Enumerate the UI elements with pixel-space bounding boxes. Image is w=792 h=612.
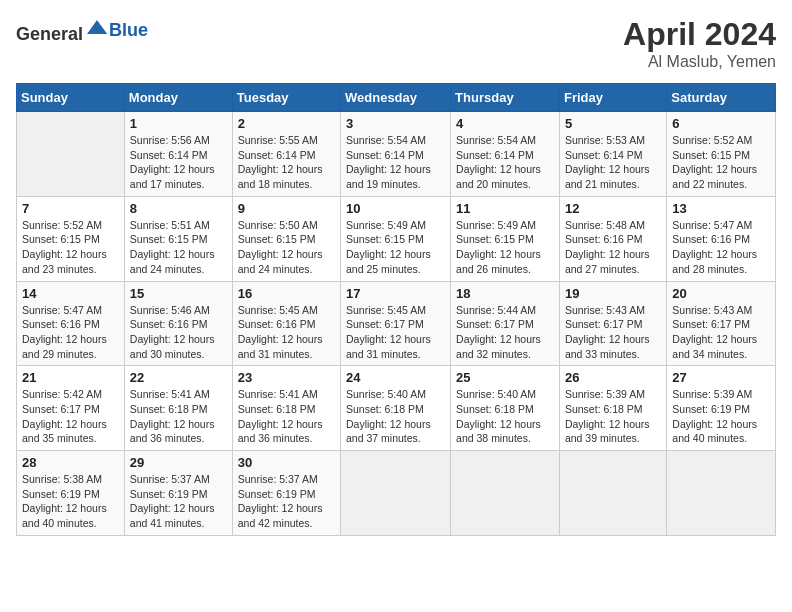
- day-number: 17: [346, 286, 445, 301]
- day-number: 29: [130, 455, 227, 470]
- day-info: Sunrise: 5:45 AMSunset: 6:16 PMDaylight:…: [238, 303, 335, 362]
- calendar-day-cell: 3Sunrise: 5:54 AMSunset: 6:14 PMDaylight…: [341, 112, 451, 197]
- day-info: Sunrise: 5:52 AMSunset: 6:15 PMDaylight:…: [672, 133, 770, 192]
- day-number: 11: [456, 201, 554, 216]
- day-info: Sunrise: 5:56 AMSunset: 6:14 PMDaylight:…: [130, 133, 227, 192]
- day-number: 26: [565, 370, 661, 385]
- day-number: 3: [346, 116, 445, 131]
- calendar-day-cell: 1Sunrise: 5:56 AMSunset: 6:14 PMDaylight…: [124, 112, 232, 197]
- day-number: 30: [238, 455, 335, 470]
- calendar-day-cell: 22Sunrise: 5:41 AMSunset: 6:18 PMDayligh…: [124, 366, 232, 451]
- calendar-day-cell: [341, 451, 451, 536]
- logo: General Blue: [16, 16, 148, 45]
- calendar-header-row: SundayMondayTuesdayWednesdayThursdayFrid…: [17, 84, 776, 112]
- day-info: Sunrise: 5:37 AMSunset: 6:19 PMDaylight:…: [130, 472, 227, 531]
- day-number: 4: [456, 116, 554, 131]
- calendar-week-row: 28Sunrise: 5:38 AMSunset: 6:19 PMDayligh…: [17, 451, 776, 536]
- day-info: Sunrise: 5:41 AMSunset: 6:18 PMDaylight:…: [238, 387, 335, 446]
- day-info: Sunrise: 5:44 AMSunset: 6:17 PMDaylight:…: [456, 303, 554, 362]
- day-info: Sunrise: 5:47 AMSunset: 6:16 PMDaylight:…: [672, 218, 770, 277]
- calendar-day-cell: 23Sunrise: 5:41 AMSunset: 6:18 PMDayligh…: [232, 366, 340, 451]
- calendar-day-cell: 8Sunrise: 5:51 AMSunset: 6:15 PMDaylight…: [124, 196, 232, 281]
- calendar-day-cell: 6Sunrise: 5:52 AMSunset: 6:15 PMDaylight…: [667, 112, 776, 197]
- calendar-day-cell: 26Sunrise: 5:39 AMSunset: 6:18 PMDayligh…: [559, 366, 666, 451]
- day-number: 6: [672, 116, 770, 131]
- weekday-header-cell: Thursday: [451, 84, 560, 112]
- day-number: 28: [22, 455, 119, 470]
- day-info: Sunrise: 5:52 AMSunset: 6:15 PMDaylight:…: [22, 218, 119, 277]
- day-info: Sunrise: 5:49 AMSunset: 6:15 PMDaylight:…: [456, 218, 554, 277]
- day-number: 14: [22, 286, 119, 301]
- day-info: Sunrise: 5:47 AMSunset: 6:16 PMDaylight:…: [22, 303, 119, 362]
- day-number: 15: [130, 286, 227, 301]
- calendar-day-cell: 11Sunrise: 5:49 AMSunset: 6:15 PMDayligh…: [451, 196, 560, 281]
- day-number: 19: [565, 286, 661, 301]
- calendar-day-cell: 20Sunrise: 5:43 AMSunset: 6:17 PMDayligh…: [667, 281, 776, 366]
- day-number: 23: [238, 370, 335, 385]
- calendar-day-cell: 2Sunrise: 5:55 AMSunset: 6:14 PMDaylight…: [232, 112, 340, 197]
- day-info: Sunrise: 5:49 AMSunset: 6:15 PMDaylight:…: [346, 218, 445, 277]
- day-info: Sunrise: 5:39 AMSunset: 6:18 PMDaylight:…: [565, 387, 661, 446]
- day-info: Sunrise: 5:51 AMSunset: 6:15 PMDaylight:…: [130, 218, 227, 277]
- weekday-header-cell: Monday: [124, 84, 232, 112]
- calendar-day-cell: 21Sunrise: 5:42 AMSunset: 6:17 PMDayligh…: [17, 366, 125, 451]
- calendar-day-cell: 28Sunrise: 5:38 AMSunset: 6:19 PMDayligh…: [17, 451, 125, 536]
- calendar-day-cell: 9Sunrise: 5:50 AMSunset: 6:15 PMDaylight…: [232, 196, 340, 281]
- day-info: Sunrise: 5:38 AMSunset: 6:19 PMDaylight:…: [22, 472, 119, 531]
- day-info: Sunrise: 5:54 AMSunset: 6:14 PMDaylight:…: [346, 133, 445, 192]
- day-number: 13: [672, 201, 770, 216]
- logo-icon: [85, 16, 109, 40]
- day-info: Sunrise: 5:43 AMSunset: 6:17 PMDaylight:…: [672, 303, 770, 362]
- page-header: General Blue April 2024 Al Maslub, Yemen: [16, 16, 776, 71]
- calendar-day-cell: 15Sunrise: 5:46 AMSunset: 6:16 PMDayligh…: [124, 281, 232, 366]
- day-number: 7: [22, 201, 119, 216]
- calendar-day-cell: 12Sunrise: 5:48 AMSunset: 6:16 PMDayligh…: [559, 196, 666, 281]
- calendar-table: SundayMondayTuesdayWednesdayThursdayFrid…: [16, 83, 776, 536]
- calendar-day-cell: 24Sunrise: 5:40 AMSunset: 6:18 PMDayligh…: [341, 366, 451, 451]
- calendar-week-row: 14Sunrise: 5:47 AMSunset: 6:16 PMDayligh…: [17, 281, 776, 366]
- day-info: Sunrise: 5:55 AMSunset: 6:14 PMDaylight:…: [238, 133, 335, 192]
- calendar-day-cell: 30Sunrise: 5:37 AMSunset: 6:19 PMDayligh…: [232, 451, 340, 536]
- day-number: 20: [672, 286, 770, 301]
- day-number: 24: [346, 370, 445, 385]
- title-area: April 2024 Al Maslub, Yemen: [623, 16, 776, 71]
- logo-general: General: [16, 24, 83, 44]
- day-number: 16: [238, 286, 335, 301]
- logo-blue: Blue: [109, 20, 148, 40]
- day-info: Sunrise: 5:53 AMSunset: 6:14 PMDaylight:…: [565, 133, 661, 192]
- day-info: Sunrise: 5:41 AMSunset: 6:18 PMDaylight:…: [130, 387, 227, 446]
- weekday-header-cell: Friday: [559, 84, 666, 112]
- calendar-day-cell: 18Sunrise: 5:44 AMSunset: 6:17 PMDayligh…: [451, 281, 560, 366]
- day-number: 9: [238, 201, 335, 216]
- weekday-header-cell: Wednesday: [341, 84, 451, 112]
- day-info: Sunrise: 5:37 AMSunset: 6:19 PMDaylight:…: [238, 472, 335, 531]
- weekday-header-cell: Saturday: [667, 84, 776, 112]
- calendar-week-row: 7Sunrise: 5:52 AMSunset: 6:15 PMDaylight…: [17, 196, 776, 281]
- calendar-day-cell: 25Sunrise: 5:40 AMSunset: 6:18 PMDayligh…: [451, 366, 560, 451]
- day-info: Sunrise: 5:42 AMSunset: 6:17 PMDaylight:…: [22, 387, 119, 446]
- calendar-week-row: 21Sunrise: 5:42 AMSunset: 6:17 PMDayligh…: [17, 366, 776, 451]
- weekday-header-cell: Tuesday: [232, 84, 340, 112]
- calendar-day-cell: 17Sunrise: 5:45 AMSunset: 6:17 PMDayligh…: [341, 281, 451, 366]
- calendar-day-cell: 13Sunrise: 5:47 AMSunset: 6:16 PMDayligh…: [667, 196, 776, 281]
- day-number: 18: [456, 286, 554, 301]
- calendar-day-cell: 5Sunrise: 5:53 AMSunset: 6:14 PMDaylight…: [559, 112, 666, 197]
- day-number: 21: [22, 370, 119, 385]
- day-number: 12: [565, 201, 661, 216]
- day-info: Sunrise: 5:46 AMSunset: 6:16 PMDaylight:…: [130, 303, 227, 362]
- day-number: 5: [565, 116, 661, 131]
- calendar-day-cell: 10Sunrise: 5:49 AMSunset: 6:15 PMDayligh…: [341, 196, 451, 281]
- day-info: Sunrise: 5:40 AMSunset: 6:18 PMDaylight:…: [456, 387, 554, 446]
- day-number: 8: [130, 201, 227, 216]
- day-number: 27: [672, 370, 770, 385]
- day-info: Sunrise: 5:43 AMSunset: 6:17 PMDaylight:…: [565, 303, 661, 362]
- calendar-body: 1Sunrise: 5:56 AMSunset: 6:14 PMDaylight…: [17, 112, 776, 536]
- day-number: 2: [238, 116, 335, 131]
- calendar-day-cell: [559, 451, 666, 536]
- calendar-day-cell: 4Sunrise: 5:54 AMSunset: 6:14 PMDaylight…: [451, 112, 560, 197]
- calendar-day-cell: 14Sunrise: 5:47 AMSunset: 6:16 PMDayligh…: [17, 281, 125, 366]
- weekday-header-cell: Sunday: [17, 84, 125, 112]
- calendar-day-cell: [17, 112, 125, 197]
- calendar-day-cell: 19Sunrise: 5:43 AMSunset: 6:17 PMDayligh…: [559, 281, 666, 366]
- day-info: Sunrise: 5:48 AMSunset: 6:16 PMDaylight:…: [565, 218, 661, 277]
